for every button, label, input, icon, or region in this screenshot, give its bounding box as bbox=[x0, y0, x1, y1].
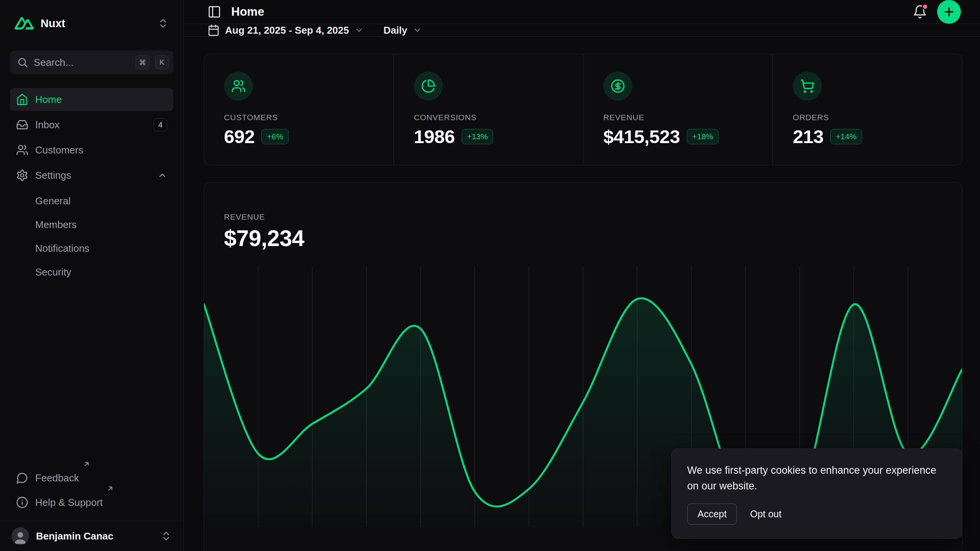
sidebar-item-label: Help & Support bbox=[35, 497, 103, 509]
topbar: Home bbox=[184, 0, 980, 24]
external-link-icon bbox=[83, 460, 90, 468]
kbd-cmd: ⌘ bbox=[136, 55, 150, 69]
chevrons-up-down-icon bbox=[160, 530, 172, 542]
sidebar-item-general[interactable]: General bbox=[10, 190, 173, 212]
notification-dot bbox=[922, 3, 928, 10]
cookie-banner: We use first-party cookies to enhance yo… bbox=[671, 448, 962, 539]
revenue-label: REVENUE bbox=[224, 212, 942, 222]
stat-conversions: CONVERSIONS 1986 +13% bbox=[394, 54, 583, 165]
sidebar-top: Nuxt ⌘ K Home bbox=[0, 0, 183, 466]
gear-icon bbox=[16, 169, 28, 181]
sidebar-item-label: Customers bbox=[35, 144, 83, 156]
stat-label: CONVERSIONS bbox=[414, 113, 563, 122]
stat-value: $415,523 bbox=[603, 126, 680, 147]
granularity-label: Daily bbox=[384, 24, 407, 36]
stat-delta-badge: +18% bbox=[687, 129, 718, 144]
opt-out-button[interactable]: Opt out bbox=[750, 509, 781, 520]
sidebar-item-customers[interactable]: Customers bbox=[10, 139, 173, 161]
workspace-switcher[interactable]: Nuxt bbox=[10, 13, 173, 34]
sidebar: Nuxt ⌘ K Home bbox=[0, 0, 184, 551]
sidebar-item-label: Feedback bbox=[35, 472, 79, 484]
search-input[interactable] bbox=[34, 57, 130, 68]
page-title: Home bbox=[231, 5, 264, 19]
stat-value: 1986 bbox=[414, 126, 455, 147]
stat-label: REVENUE bbox=[603, 113, 753, 122]
date-range-picker[interactable]: Aug 21, 2025 - Sep 4, 2025 bbox=[207, 24, 364, 36]
cart-icon bbox=[793, 72, 822, 101]
cookie-message: We use first-party cookies to enhance yo… bbox=[687, 463, 947, 494]
accept-button[interactable]: Accept bbox=[687, 504, 737, 525]
notifications-button[interactable] bbox=[913, 5, 927, 19]
users-icon bbox=[224, 72, 253, 101]
external-link-icon bbox=[106, 485, 114, 492]
stat-revenue: REVENUE $415,523 +18% bbox=[583, 54, 773, 165]
chevron-down-icon bbox=[413, 26, 422, 35]
settings-submenu: General Members Notifications Security bbox=[10, 190, 173, 283]
calendar-icon bbox=[207, 24, 220, 36]
stats-row: CUSTOMERS 692 +6% CONVERSIONS 1986 +13% bbox=[204, 54, 962, 165]
panel-left-icon bbox=[207, 5, 221, 19]
sidebar-item-label: Settings bbox=[35, 170, 71, 181]
pie-chart-icon bbox=[414, 72, 443, 101]
stat-delta-badge: +13% bbox=[462, 129, 493, 144]
chevrons-up-down-icon bbox=[157, 18, 169, 29]
cookie-actions: Accept Opt out bbox=[687, 504, 947, 525]
sidebar-toggle-button[interactable] bbox=[207, 5, 221, 19]
sidebar-footer: Feedback Help & Support bbox=[0, 466, 183, 521]
plus-icon bbox=[942, 5, 956, 18]
sidebar-item-inbox[interactable]: Inbox 4 bbox=[10, 113, 173, 136]
home-icon bbox=[16, 93, 28, 106]
stat-customers: CUSTOMERS 692 +6% bbox=[204, 54, 394, 165]
users-icon bbox=[16, 144, 28, 156]
chevron-down-icon bbox=[354, 26, 364, 35]
user-menu[interactable]: Benjamin Canac bbox=[0, 521, 183, 551]
stat-value: 213 bbox=[793, 126, 823, 147]
nuxt-logo-icon bbox=[15, 17, 34, 30]
info-circle-icon bbox=[16, 496, 28, 509]
stat-delta-badge: +14% bbox=[830, 129, 862, 144]
avatar bbox=[11, 527, 29, 545]
sidebar-item-members[interactable]: Members bbox=[10, 214, 173, 236]
sidebar-item-label: Home bbox=[35, 94, 62, 106]
message-bubble-icon bbox=[16, 472, 28, 484]
sidebar-item-help-support[interactable]: Help & Support bbox=[10, 491, 173, 514]
stat-label: ORDERS bbox=[793, 113, 942, 122]
inbox-icon bbox=[16, 119, 28, 131]
sidebar-nav: Home Inbox 4 Customers bbox=[10, 88, 173, 283]
sidebar-item-feedback[interactable]: Feedback bbox=[10, 466, 173, 489]
filter-bar: Aug 21, 2025 - Sep 4, 2025 Daily bbox=[184, 24, 980, 37]
stat-orders: ORDERS 213 +14% bbox=[773, 54, 962, 165]
sidebar-item-home[interactable]: Home bbox=[10, 88, 173, 111]
workspace-name: Nuxt bbox=[41, 17, 150, 30]
dollar-circle-icon bbox=[603, 72, 632, 101]
add-button[interactable] bbox=[937, 0, 961, 24]
revenue-header: REVENUE $79,234 bbox=[204, 183, 962, 251]
inbox-count-badge: 4 bbox=[154, 118, 167, 131]
sidebar-item-label: Inbox bbox=[35, 119, 60, 131]
kbd-k: K bbox=[155, 55, 169, 69]
stat-value: 692 bbox=[224, 126, 255, 147]
sidebar-item-notifications[interactable]: Notifications bbox=[10, 237, 173, 259]
sidebar-item-security[interactable]: Security bbox=[10, 261, 173, 283]
date-range-label: Aug 21, 2025 - Sep 4, 2025 bbox=[225, 24, 349, 36]
chevron-up-icon bbox=[157, 170, 167, 180]
search-icon bbox=[17, 57, 28, 68]
user-name: Benjamin Canac bbox=[36, 530, 154, 542]
revenue-value: $79,234 bbox=[224, 225, 942, 251]
stat-delta-badge: +6% bbox=[261, 129, 289, 144]
search-box[interactable]: ⌘ K bbox=[10, 51, 173, 74]
sidebar-item-settings[interactable]: Settings bbox=[10, 164, 173, 187]
granularity-select[interactable]: Daily bbox=[384, 24, 422, 36]
stat-label: CUSTOMERS bbox=[224, 113, 374, 122]
